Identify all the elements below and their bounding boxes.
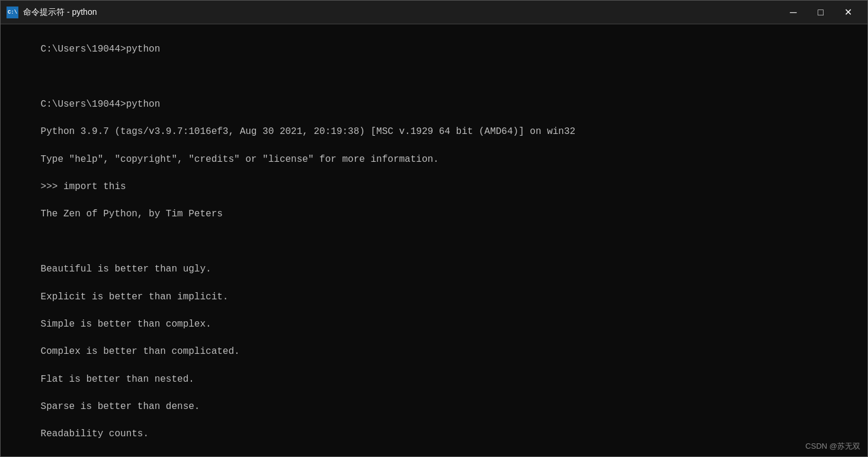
console-line: Beautiful is better than ugly.	[41, 264, 212, 274]
console-line: Readability counts.	[41, 429, 149, 439]
minimize-button[interactable]: ─	[780, 3, 807, 22]
console-line: Complex is better than complicated.	[41, 346, 240, 357]
window-controls: ─ □ ✕	[780, 3, 861, 22]
console-line: Python 3.9.7 (tags/v3.9.7:1016ef3, Aug 3…	[41, 126, 576, 137]
console-line: Sparse is better than dense.	[41, 401, 200, 412]
close-button[interactable]: ✕	[834, 3, 861, 22]
console-line-repl: >>> import this	[41, 181, 126, 192]
watermark: CSDN @苏无双	[805, 441, 860, 452]
console-line: C:\Users\19044>python	[41, 99, 161, 110]
console-body[interactable]: C:\Users\19044>python C:\Users\19044>pyt…	[1, 24, 867, 456]
cmd-window: C:\ 命令提示符 - python ─ □ ✕ C:\Users\19044>…	[0, 0, 868, 457]
console-line: Explicit is better than implicit.	[41, 292, 229, 302]
console-line: C:\Users\19044>python	[41, 44, 161, 55]
console-line: Simple is better than complex.	[41, 319, 212, 330]
console-line: Flat is better than nested.	[41, 374, 194, 385]
console-line: Type "help", "copyright", "credits" or "…	[41, 154, 439, 165]
maximize-button[interactable]: □	[807, 3, 834, 22]
title-bar: C:\ 命令提示符 - python ─ □ ✕	[1, 1, 867, 24]
window-title: 命令提示符 - python	[23, 7, 780, 18]
console-line-zen-title: The Zen of Python, by Tim Peters	[41, 209, 223, 219]
console-output: C:\Users\19044>python C:\Users\19044>pyt…	[7, 29, 861, 456]
window-icon: C:\	[7, 7, 18, 18]
